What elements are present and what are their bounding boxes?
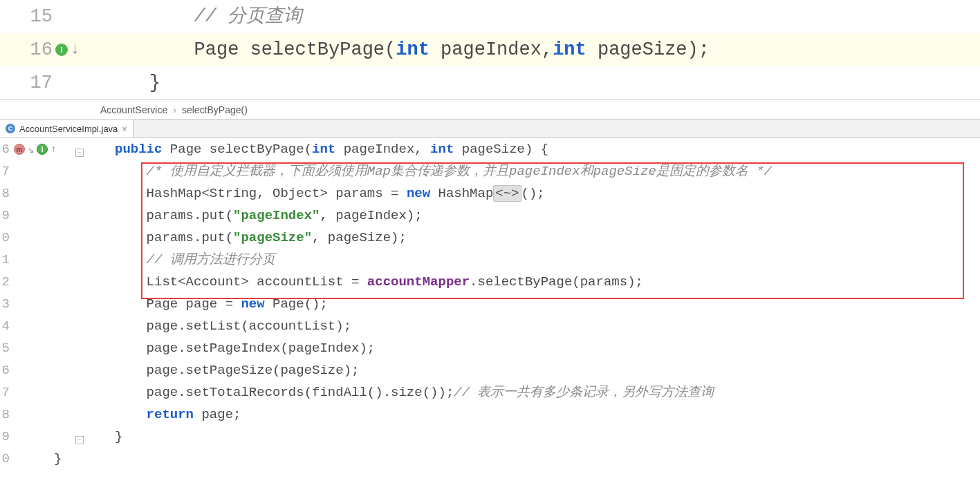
gutter[interactable]: 2 (0, 274, 84, 290)
code-line[interactable]: 17 } (0, 66, 980, 99)
code-line[interactable]: 0} (0, 448, 980, 470)
line-number: 8 (0, 407, 10, 422)
editor-tab-bar: C AccountServiceImpl.java × (0, 119, 980, 138)
code-line[interactable]: 6m↘I↑−public Page selectByPage(int pageI… (0, 138, 980, 160)
breadcrumb-root[interactable]: AccountService (100, 104, 167, 115)
line-number: 0 (0, 451, 10, 466)
code-text[interactable]: Page selectByPage(int pageIndex,int page… (93, 41, 980, 59)
code-line[interactable]: 3 Page page = new Page(); (0, 293, 980, 315)
code-text[interactable]: return page; (84, 408, 980, 421)
line-number: 1 (0, 252, 10, 267)
method-icon[interactable]: m (14, 144, 25, 155)
implements-icon[interactable]: I (55, 44, 68, 56)
gutter[interactable]: 4 (0, 319, 84, 334)
code-text[interactable]: } (93, 74, 980, 93)
code-text[interactable]: // 分页查询 (93, 8, 980, 26)
gutter[interactable]: 17 (0, 74, 93, 93)
code-line[interactable]: 0 params.put("pageSize", pageSize); (0, 227, 980, 249)
code-line[interactable]: 1 // 调用方法进行分页 (0, 249, 980, 271)
code-text[interactable]: Page page = new Page(); (84, 298, 980, 311)
breadcrumb: AccountService › selectByPage() (0, 99, 980, 119)
code-line[interactable]: 8 return page; (0, 404, 980, 426)
code-text[interactable]: page.setList(accountList); (84, 320, 980, 333)
code-text[interactable]: } (54, 453, 950, 466)
code-line[interactable]: 4 page.setList(accountList); (0, 315, 980, 337)
line-number: 6 (0, 363, 10, 378)
gutter[interactable]: 8 (0, 186, 84, 201)
gutter[interactable]: 15 (0, 8, 93, 26)
breadcrumb-leaf[interactable]: selectByPage() (182, 104, 248, 115)
line-number: 9 (0, 429, 10, 444)
code-line[interactable]: 5 page.setPageIndex(pageIndex); (0, 337, 980, 359)
arrow-icon: ↘ (28, 143, 34, 156)
editor-tab-label: AccountServiceImpl.java (19, 124, 118, 134)
line-number: 6 (0, 142, 10, 157)
class-file-icon: C (6, 124, 15, 133)
code-text[interactable]: params.put("pageIndex", pageIndex); (84, 209, 980, 222)
top-editor-pane: 15 // 分页查询16I↓ Page selectByPage(int pag… (0, 0, 980, 99)
editor-tab[interactable]: C AccountServiceImpl.java × (0, 120, 133, 137)
code-line[interactable]: 9 params.put("pageIndex", pageIndex); (0, 205, 980, 227)
line-number: 7 (0, 385, 10, 400)
code-line[interactable]: 7 page.setTotalRecords(findAll().size())… (0, 381, 980, 404)
line-number: 17 (29, 74, 53, 93)
code-text[interactable]: // 调用方法进行分页 (84, 254, 980, 267)
line-number: 15 (29, 8, 53, 26)
code-text[interactable]: page.setTotalRecords(findAll().size());/… (84, 386, 980, 399)
fold-handle-icon[interactable]: − (75, 436, 84, 444)
code-text[interactable]: page.setPageSize(pageSize); (84, 364, 980, 377)
line-number: 4 (0, 319, 10, 334)
gutter[interactable]: 6 (0, 363, 84, 378)
code-text[interactable]: HashMap<String, Object> params = new Has… (84, 187, 980, 200)
line-number: 5 (0, 341, 10, 356)
gutter[interactable]: 9− (0, 429, 84, 444)
code-text[interactable]: /* 使用自定义拦截器，下面必须使用Map集合传递参数，并且pageIndex和… (84, 165, 980, 178)
gutter[interactable]: 1 (0, 252, 84, 267)
code-line[interactable]: 16I↓ Page selectByPage(int pageIndex,int… (0, 33, 980, 66)
close-icon[interactable]: × (122, 124, 127, 134)
fold-handle-icon[interactable]: − (75, 149, 84, 157)
gutter[interactable]: 6m↘I↑− (0, 142, 84, 157)
line-number: 9 (0, 208, 10, 223)
implements-icon[interactable]: I (37, 144, 48, 155)
gutter[interactable]: 7 (0, 164, 84, 179)
line-number: 3 (0, 296, 10, 312)
gutter[interactable]: 3 (0, 296, 84, 312)
line-number: 2 (0, 274, 10, 290)
code-line[interactable]: 2 List<Account> accountList = accountMap… (0, 271, 980, 293)
code-line[interactable]: 9−} (0, 426, 980, 448)
gutter[interactable]: 8 (0, 407, 84, 422)
code-line[interactable]: 8 HashMap<String, Object> params = new H… (0, 182, 980, 205)
code-text[interactable]: } (84, 430, 980, 444)
gutter[interactable]: 16I↓ (0, 41, 93, 59)
chevron-right-icon: › (173, 104, 176, 115)
line-number: 8 (0, 186, 10, 201)
code-text[interactable]: page.setPageIndex(pageIndex); (84, 342, 980, 355)
gutter[interactable]: 9 (0, 208, 84, 223)
gutter[interactable]: 0 (0, 230, 84, 245)
bottom-editor-pane: 6m↘I↑−public Page selectByPage(int pageI… (0, 138, 980, 470)
overriding-arrow-icon[interactable]: ↑ (50, 144, 56, 155)
line-number: 7 (0, 164, 10, 179)
code-line[interactable]: 15 // 分页查询 (0, 0, 980, 33)
line-number: 0 (0, 230, 10, 245)
overridden-arrow-icon[interactable]: ↓ (71, 42, 80, 57)
line-number: 16 (29, 41, 53, 59)
code-text[interactable]: params.put("pageSize", pageSize); (84, 231, 980, 245)
code-text[interactable]: List<Account> accountList = accountMappe… (84, 276, 980, 289)
gutter[interactable]: 5 (0, 341, 84, 356)
code-line[interactable]: 6 page.setPageSize(pageSize); (0, 359, 980, 381)
code-text[interactable]: public Page selectByPage(int pageIndex, … (84, 143, 980, 156)
gutter[interactable]: 7 (0, 385, 84, 400)
code-line[interactable]: 7 /* 使用自定义拦截器，下面必须使用Map集合传递参数，并且pageInde… (0, 160, 980, 182)
